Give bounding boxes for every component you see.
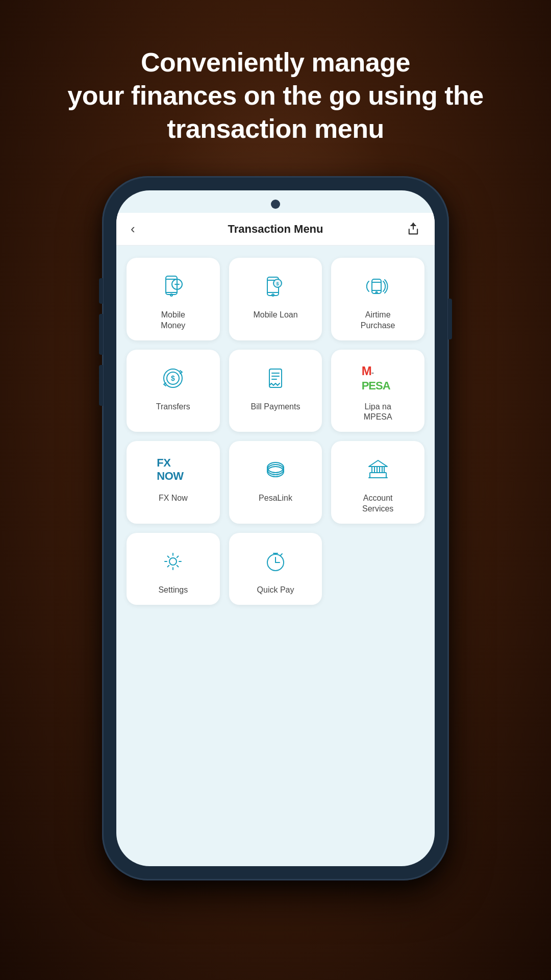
account-services-icon [362,453,394,486]
headline-line2: your finances on the go using the [67,81,484,110]
quick-pay-icon [259,545,292,578]
volume-up-button [99,314,103,355]
svg-rect-18 [269,369,282,387]
menu-label-mobile-money: MobileMoney [161,310,185,331]
power-button [448,299,452,339]
headline-line1: Conveniently manage [141,47,410,77]
menu-item-bill-payments[interactable]: Bill Payments [229,350,322,432]
phone-screen: ‹ Transaction Menu [116,190,435,866]
menu-item-pesalink[interactable]: PesaLink [229,441,322,524]
page-title: Transaction Menu [151,223,400,236]
menu-item-mobile-money[interactable]: MobileMoney [127,258,220,340]
svg-point-14 [375,292,377,293]
svg-rect-27 [370,473,386,478]
menu-item-fxnow[interactable]: FX NOW FX Now [127,441,220,524]
headline: Conveniently manage your finances on the… [27,46,524,145]
transfers-icon: $ [157,362,189,395]
menu-label-transfers: Transfers [156,402,190,412]
svg-text:$: $ [171,374,175,382]
menu-item-mpesa[interactable]: M-PESA Lipa naMPESA [331,350,424,432]
fxnow-icon: FX NOW [157,453,189,486]
share-button[interactable] [400,222,420,236]
menu-label-bill-payments: Bill Payments [251,402,300,412]
mute-button [99,278,103,304]
svg-text:$: $ [276,281,279,286]
headline-line3: transaction menu [167,114,384,143]
menu-label-quick-pay: Quick Pay [257,585,294,596]
menu-item-quick-pay[interactable]: Quick Pay [229,533,322,605]
svg-marker-31 [369,460,387,467]
menu-label-mobile-loan: Mobile Loan [253,310,297,321]
menu-grid: MobileMoney $ [127,258,424,605]
settings-icon [157,545,189,578]
menu-item-airtime[interactable]: AirtimePurchase [331,258,424,340]
menu-item-mobile-loan[interactable]: $ Mobile Loan [229,258,322,340]
mpesa-icon: M-PESA [362,362,394,395]
pesalink-icon [259,453,292,486]
camera-dot [271,200,280,209]
menu-item-transfers[interactable]: $ Transfers [127,350,220,432]
menu-label-airtime: AirtimePurchase [361,310,395,331]
svg-rect-30 [382,467,384,473]
mobile-loan-icon: $ [259,270,292,303]
airtime-icon [362,270,394,303]
phone-mockup: ‹ Transaction Menu [102,176,449,880]
bill-payments-icon [259,362,292,395]
svg-point-33 [169,558,177,565]
menu-label-fxnow: FX Now [159,493,188,504]
app-header: ‹ Transaction Menu [116,213,435,246]
menu-label-mpesa: Lipa naMPESA [364,402,392,423]
menu-item-settings[interactable]: Settings [127,533,220,605]
mobile-money-icon [157,270,189,303]
menu-item-account-services[interactable]: AccountServices [331,441,424,524]
svg-rect-29 [377,467,380,473]
menu-content: MobileMoney $ [116,246,435,866]
back-button[interactable]: ‹ [131,221,151,237]
svg-rect-28 [372,467,374,473]
menu-label-account-services: AccountServices [362,493,393,514]
menu-label-pesalink: PesaLink [259,493,292,504]
volume-down-button [99,365,103,406]
menu-label-settings: Settings [158,585,188,596]
